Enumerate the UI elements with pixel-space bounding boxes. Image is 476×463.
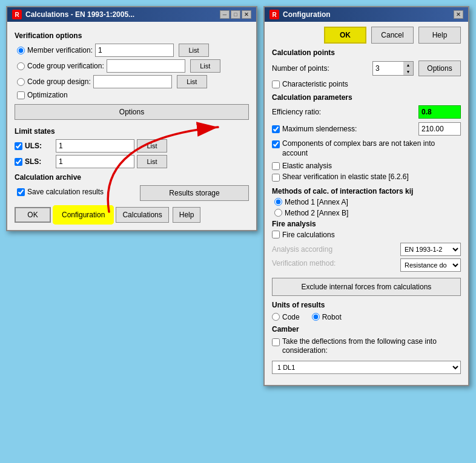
left-dialog-titlebar: R Calculations - EN 1993-1:2005... ─ □ ✕ [7, 7, 256, 22]
member-verification-radio[interactable] [17, 47, 25, 54]
efficiency-ratio-input[interactable] [418, 105, 461, 119]
verification-method-label: Verification method: [272, 258, 400, 269]
spinbox-down-btn[interactable]: ▼ [403, 68, 413, 75]
fire-section: Fire analysis Fire calculations Analysis… [272, 220, 461, 272]
camber-section: Camber Take the deflections from the fol… [272, 325, 461, 374]
config-ok-btn[interactable]: OK [324, 27, 366, 44]
uls-list-btn[interactable]: List [137, 139, 167, 153]
components-complex-row: Components of complex bars are not taken… [272, 139, 461, 158]
left-dialog-title: Calculations - EN 1993-1:2005... [25, 10, 134, 19]
right-titlebar-controls: ✕ [454, 10, 463, 19]
code-group-verif-input[interactable] [107, 59, 185, 73]
left-dialog: R Calculations - EN 1993-1:2005... ─ □ ✕… [6, 6, 257, 231]
exclude-internal-btn[interactable]: Exclude internal forces from calculation… [272, 278, 461, 296]
code-group-verif-label: Code group verification: [27, 62, 104, 70]
elastic-analysis-label: Elastic analysis [282, 162, 332, 170]
units-code-label: Code [282, 313, 300, 321]
member-verification-label: Member verification: [27, 46, 93, 54]
config-help-btn[interactable]: Help [418, 27, 461, 44]
member-verification-input[interactable] [95, 44, 174, 57]
method1-radio[interactable] [274, 198, 282, 206]
verification-method-row: Verification method: Resistance do [272, 258, 461, 272]
right-close-btn[interactable]: ✕ [454, 10, 463, 19]
units-options: Code Robot [272, 313, 461, 321]
code-group-design-input[interactable] [93, 75, 172, 88]
units-section: Units of results Code Robot [272, 301, 461, 321]
characteristic-points-checkbox[interactable] [272, 80, 280, 88]
code-group-design-radio[interactable] [17, 78, 25, 86]
fire-calc-row: Fire calculations [272, 231, 461, 239]
verification-method-select[interactable]: Resistance do [400, 258, 461, 272]
methods-section: Methods of calc. of interaction factors … [272, 187, 461, 217]
fire-calc-checkbox[interactable] [272, 231, 280, 238]
fire-section-title: Fire analysis [272, 220, 461, 228]
camber-checkbox-row: Take the deflections from the following … [272, 337, 461, 356]
units-code-row: Code [272, 313, 300, 321]
calculations-button[interactable]: Calculations [116, 207, 168, 223]
calc-points-title: Calculation points [272, 48, 461, 57]
units-code-radio[interactable] [272, 313, 280, 321]
restore-btn[interactable]: □ [231, 10, 240, 19]
units-robot-radio[interactable] [312, 313, 320, 321]
camber-checkbox[interactable] [272, 338, 280, 346]
camber-case-select[interactable]: 1 DL1 [272, 361, 461, 374]
fire-calc-label: Fire calculations [282, 231, 335, 239]
right-dialog-title: Configuration [283, 10, 331, 19]
uls-input[interactable] [56, 139, 134, 153]
member-verification-row: Member verification: List [15, 44, 249, 57]
save-results-row: Save calculation results [15, 188, 135, 196]
code-group-verif-radio[interactable] [17, 62, 25, 70]
calc-points-options-btn[interactable]: Options [418, 61, 461, 76]
analysis-according-select[interactable]: EN 1993-1-2 [400, 243, 461, 256]
number-of-points-input[interactable] [373, 62, 403, 75]
sls-row: SLS: List [15, 155, 249, 168]
close-btn[interactable]: ✕ [242, 10, 251, 19]
right-dialog: R Configuration ✕ OK Cancel Help Calcula… [263, 6, 469, 386]
right-titlebar-left: R Configuration [269, 10, 331, 19]
storage-row: Save calculation results Results storage [15, 185, 249, 201]
camber-label: Take the deflections from the following … [282, 337, 461, 356]
method2-label: Method 2 [Annex B] [285, 209, 348, 217]
save-results-checkbox[interactable] [17, 188, 25, 196]
save-results-label: Save calculation results [27, 188, 104, 196]
minimize-btn[interactable]: ─ [220, 10, 230, 19]
help-button-left[interactable]: Help [173, 207, 201, 223]
sls-label: SLS: [22, 157, 56, 166]
code-group-verif-list-btn[interactable]: List [190, 59, 220, 73]
efficiency-ratio-row: Efficiency ratio: [272, 105, 461, 119]
units-title: Units of results [272, 301, 461, 309]
verification-options-title: Verification options [15, 31, 249, 40]
limit-states-title: Limit states [15, 127, 249, 136]
code-group-design-row: Code group design: List [15, 75, 249, 88]
max-slenderness-checkbox[interactable] [272, 125, 280, 133]
code-group-design-label: Code group design: [27, 77, 91, 86]
sls-checkbox[interactable] [15, 158, 22, 166]
bottom-buttons: OK Configuration Calculations Help [15, 207, 249, 223]
shear-verif-checkbox[interactable] [272, 174, 280, 182]
units-robot-label: Robot [322, 313, 342, 321]
titlebar-controls: ─ □ ✕ [220, 10, 251, 19]
max-slenderness-input[interactable] [418, 122, 461, 136]
configuration-button[interactable]: Configuration [55, 207, 112, 223]
sls-list-btn[interactable]: List [137, 155, 167, 168]
optimization-checkbox[interactable] [17, 91, 25, 99]
method1-row: Method 1 [Annex A] [272, 198, 461, 206]
components-complex-checkbox[interactable] [272, 140, 280, 148]
method2-radio[interactable] [274, 209, 282, 217]
optimization-label: Optimization [27, 91, 68, 99]
uls-checkbox[interactable] [15, 142, 22, 150]
titlebar-left: R Calculations - EN 1993-1:2005... [12, 10, 134, 19]
code-group-design-list-btn[interactable]: List [177, 75, 207, 88]
app-icon: R [12, 10, 22, 19]
config-cancel-btn[interactable]: Cancel [371, 27, 414, 44]
sls-input[interactable] [56, 155, 134, 168]
number-of-points-label: Number of points: [272, 64, 372, 73]
options-button[interactable]: Options [15, 104, 249, 120]
member-verification-list-btn[interactable]: List [179, 44, 209, 57]
number-of-points-row: Number of points: ▲ ▼ Options [272, 61, 461, 76]
config-body: OK Cancel Help Calculation points Number… [265, 22, 468, 385]
results-storage-btn[interactable]: Results storage [140, 185, 249, 201]
elastic-analysis-checkbox[interactable] [272, 162, 280, 170]
spinbox-up-btn[interactable]: ▲ [403, 62, 413, 68]
ok-button[interactable]: OK [15, 207, 51, 223]
